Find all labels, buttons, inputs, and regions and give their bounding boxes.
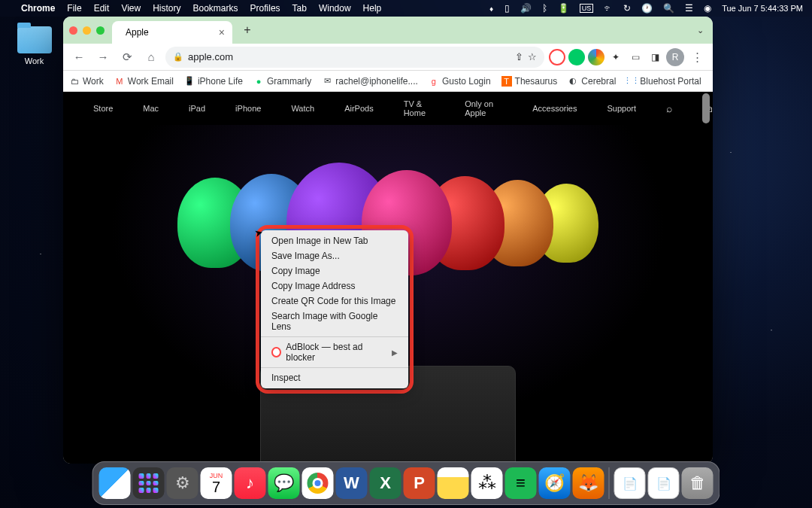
bookmark-grammarly[interactable]: ●Grammarly — [253, 76, 311, 87]
battery-icon[interactable]: 🔋 — [558, 3, 569, 14]
ctx-inspect[interactable]: Inspect — [261, 370, 408, 385]
new-tab-button[interactable]: + — [238, 23, 256, 37]
dock-music[interactable]: ♪ — [235, 467, 266, 499]
menu-bookmarks[interactable]: Bookmarks — [193, 3, 238, 14]
control-center-icon[interactable]: ☰ — [685, 3, 693, 14]
bookmark-star-button[interactable]: ☆ — [528, 51, 537, 62]
dock-recent-file-2[interactable]: 📄 — [648, 467, 680, 499]
bookmark-facebook[interactable]: fFacebook — [712, 76, 713, 87]
bookmark-gusto[interactable]: gGusto Login — [429, 76, 491, 87]
nav-airpods[interactable]: AirPods — [344, 104, 374, 113]
nav-ipad[interactable]: iPad — [189, 104, 205, 113]
menu-history[interactable]: History — [153, 3, 180, 14]
dock-spotify[interactable]: ≡ — [505, 467, 537, 499]
dock-slack[interactable]: ⁂ — [471, 467, 503, 499]
dock-firefox[interactable]: 🦊 — [573, 467, 604, 499]
bookmark-iphone-life[interactable]: 📱iPhone Life — [184, 76, 243, 87]
window-zoom-button[interactable] — [96, 26, 105, 35]
ctx-search-google-lens[interactable]: Search Image with Google Lens — [261, 309, 408, 334]
siri-icon[interactable]: ◉ — [704, 3, 711, 14]
page-scrollbar[interactable] — [701, 92, 711, 464]
dock-launchpad[interactable] — [133, 467, 165, 499]
nav-search-icon[interactable]: ⌕ — [666, 102, 672, 114]
sidepanel-icon[interactable]: ◨ — [647, 49, 663, 65]
macos-dock: ⚙ JUN7 ♪ 💬 W X P ⁂ ≡ 🧭 🦊 📄 📄 🗑 — [92, 461, 720, 505]
menu-help[interactable]: Help — [363, 3, 382, 14]
dock-safari[interactable]: 🧭 — [539, 467, 571, 499]
sync-icon[interactable]: ↻ — [623, 3, 631, 14]
ctx-adblock[interactable]: AdBlock — best ad blocker ▶ — [261, 339, 408, 365]
address-bar[interactable]: 🔒 apple.com ⇧ ☆ — [165, 47, 544, 68]
bookmark-work-email[interactable]: MWork Email — [114, 76, 174, 87]
nav-store[interactable]: Store — [93, 104, 113, 113]
chrome-menu-button[interactable]: ⋮ — [687, 47, 707, 67]
tab-close-button[interactable]: × — [219, 26, 225, 38]
volume-icon[interactable]: 🔊 — [520, 3, 532, 14]
cursor-icon: ➤ — [253, 227, 265, 239]
menu-view[interactable]: View — [121, 3, 141, 14]
menu-file[interactable]: File — [67, 3, 81, 14]
url-text: apple.com — [188, 51, 233, 62]
dock-calendar[interactable]: JUN7 — [201, 467, 232, 499]
ext-grammarly-icon[interactable] — [568, 49, 585, 65]
nav-support[interactable]: Support — [607, 104, 636, 113]
menubar-app-name[interactable]: Chrome — [21, 3, 55, 14]
ctx-create-qr[interactable]: Create QR Code for this Image — [261, 294, 408, 309]
back-button[interactable]: ← — [69, 47, 89, 67]
bookmark-thesaurus[interactable]: TThesaurus — [501, 76, 558, 87]
menu-edit[interactable]: Edit — [94, 3, 110, 14]
wifi-icon[interactable]: ᯤ — [604, 3, 613, 14]
dock-system-settings[interactable]: ⚙ — [167, 467, 198, 499]
menu-tab[interactable]: Tab — [292, 3, 307, 14]
ctx-save-image-as[interactable]: Save Image As... — [261, 248, 408, 263]
dock-powerpoint[interactable]: P — [404, 467, 435, 499]
dock-messages[interactable]: 💬 — [268, 467, 300, 499]
nav-iphone[interactable]: iPhone — [235, 104, 261, 113]
window-close-button[interactable] — [69, 26, 77, 35]
desktop-folder-work[interactable]: Work — [14, 26, 55, 65]
clock-icon[interactable]: 🕐 — [641, 3, 653, 14]
dock-trash[interactable]: 🗑 — [682, 467, 714, 499]
battery-phone-icon[interactable]: ▯ — [504, 3, 510, 14]
tab-search-button[interactable]: ⌄ — [694, 23, 707, 38]
input-source-icon[interactable]: US — [580, 4, 594, 13]
share-button[interactable]: ⇧ — [515, 51, 523, 62]
ctx-copy-image-address[interactable]: Copy Image Address — [261, 278, 408, 294]
dock-notes[interactable] — [438, 467, 469, 499]
bookmark-rachel-email[interactable]: ✉rachel@iphonelife.... — [322, 76, 418, 87]
tab-title: Apple — [126, 27, 149, 38]
bookmark-work[interactable]: 🗀Work — [69, 76, 104, 87]
bookmark-cerebral[interactable]: ◐Cerebral — [568, 76, 616, 87]
dock-recent-file-1[interactable]: 📄 — [614, 467, 646, 499]
nav-watch[interactable]: Watch — [291, 104, 314, 113]
browser-tab-apple[interactable]: Apple × — [112, 21, 232, 44]
dock-excel[interactable]: X — [370, 467, 401, 499]
dropbox-icon[interactable]: ⬧ — [489, 3, 494, 14]
menu-profiles[interactable]: Profiles — [250, 3, 280, 14]
forward-button[interactable]: → — [93, 47, 113, 67]
spotlight-icon[interactable]: 🔍 — [663, 3, 674, 14]
dock-chrome[interactable] — [302, 467, 334, 499]
scrollbar-thumb[interactable] — [702, 93, 710, 123]
window-minimize-button[interactable] — [83, 26, 91, 35]
profile-avatar[interactable]: R — [666, 48, 684, 66]
nav-mac[interactable]: Mac — [143, 104, 159, 113]
dock-finder[interactable] — [99, 467, 131, 499]
cast-icon[interactable]: ▭ — [627, 49, 644, 65]
nav-accessories[interactable]: Accessories — [532, 104, 577, 113]
bluetooth-icon[interactable]: ᛒ — [542, 3, 547, 14]
nav-tvhome[interactable]: TV & Home — [404, 99, 435, 117]
nav-only-apple[interactable]: Only on Apple — [465, 99, 502, 117]
home-button[interactable]: ⌂ — [141, 47, 161, 67]
bookmark-bluehost[interactable]: ⋮⋮Bluehost Portal — [626, 76, 701, 87]
ext-google-icon[interactable] — [588, 49, 604, 65]
menubar-datetime[interactable]: Tue Jun 7 5:44:33 PM — [722, 4, 803, 13]
ext-adblock-icon[interactable] — [549, 49, 565, 65]
extensions-button[interactable]: ✦ — [607, 49, 624, 65]
ctx-copy-image[interactable]: Copy Image — [261, 263, 408, 278]
menu-window[interactable]: Window — [319, 3, 351, 14]
dock-word[interactable]: W — [336, 467, 368, 499]
site-lock-icon[interactable]: 🔒 — [173, 52, 183, 62]
ctx-open-image-new-tab[interactable]: Open Image in New Tab — [261, 233, 408, 248]
reload-button[interactable]: ⟳ — [117, 47, 137, 67]
